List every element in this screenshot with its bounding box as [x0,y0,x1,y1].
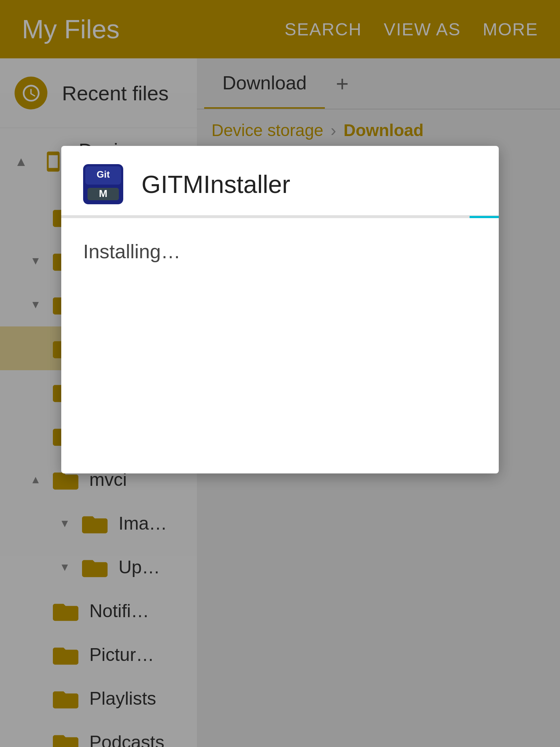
dialog-progress-bar [61,216,499,218]
svg-text:Git: Git [97,169,110,180]
dialog-body: Installing… [61,218,499,473]
dialog-progress-fill [470,216,499,218]
dialog-app-icon: Git M [83,164,123,204]
dialog-overlay: Git M GITMInstaller Installing… [0,0,560,747]
dialog-status: Installing… [83,240,180,262]
svg-text:M: M [99,188,107,199]
dialog-header: Git M GITMInstaller [61,146,499,216]
dialog-app-title: GITMInstaller [141,170,290,198]
install-dialog: Git M GITMInstaller Installing… [61,146,499,473]
